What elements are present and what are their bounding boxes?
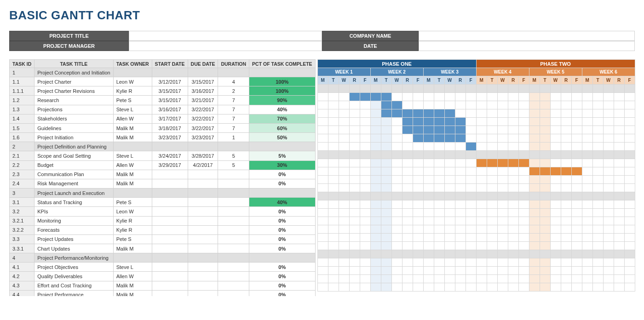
- gantt-cell[interactable]: [540, 109, 550, 118]
- gantt-cell[interactable]: [592, 242, 603, 250]
- gantt-cell[interactable]: [349, 192, 360, 200]
- gantt-cell[interactable]: [349, 167, 360, 176]
- gantt-cell[interactable]: [370, 93, 381, 101]
- gantt-cell[interactable]: [571, 184, 582, 192]
- gantt-cell[interactable]: [550, 93, 561, 101]
- gantt-cell[interactable]: [582, 118, 592, 126]
- gantt-cell[interactable]: [466, 101, 476, 109]
- gantt-cell[interactable]: [317, 126, 328, 134]
- gantt-cell[interactable]: [317, 200, 328, 209]
- table-row[interactable]: 1Project Conception and Initiation: [10, 68, 316, 77]
- gantt-cell[interactable]: [508, 159, 518, 167]
- gantt-cell[interactable]: [614, 93, 624, 101]
- gantt-cell[interactable]: [592, 101, 603, 109]
- gantt-cell[interactable]: [413, 109, 423, 118]
- gantt-cell[interactable]: [349, 151, 360, 159]
- gantt-cell[interactable]: [413, 258, 423, 267]
- gantt-cell[interactable]: [381, 242, 391, 250]
- gantt-cell[interactable]: [603, 192, 614, 200]
- gantt-cell[interactable]: [592, 200, 603, 209]
- gantt-cell[interactable]: [529, 267, 540, 275]
- gantt-cell[interactable]: [455, 184, 466, 192]
- gantt-cell[interactable]: [508, 134, 518, 143]
- gantt-cell[interactable]: [466, 225, 476, 234]
- gantt-cell[interactable]: [582, 159, 592, 167]
- gantt-cell[interactable]: [317, 151, 328, 159]
- cell-title[interactable]: Effort and Cost Tracking: [34, 281, 113, 290]
- gantt-cell[interactable]: [339, 267, 349, 275]
- cell-pct[interactable]: 30%: [249, 160, 315, 170]
- gantt-cell[interactable]: [466, 85, 476, 93]
- gantt-cell[interactable]: [571, 283, 582, 291]
- gantt-cell[interactable]: [561, 283, 571, 291]
- gantt-cell[interactable]: [561, 250, 571, 258]
- gantt-cell[interactable]: [381, 101, 391, 109]
- gantt-cell[interactable]: [381, 93, 391, 101]
- gantt-cell[interactable]: [529, 250, 540, 258]
- cell-id[interactable]: 4.2: [10, 272, 34, 281]
- cell-id[interactable]: 2.3: [10, 170, 34, 179]
- cell-id[interactable]: 4.3: [10, 281, 34, 290]
- gantt-cell[interactable]: [413, 250, 423, 258]
- gantt-cell[interactable]: [540, 118, 550, 126]
- gantt-cell[interactable]: [423, 85, 434, 93]
- gantt-cell[interactable]: [391, 209, 402, 217]
- gantt-cell[interactable]: [391, 93, 402, 101]
- cell-due[interactable]: 3/22/2017: [188, 123, 218, 132]
- gantt-cell[interactable]: [540, 258, 550, 267]
- gantt-cell[interactable]: [444, 209, 455, 217]
- gantt-cell[interactable]: [349, 118, 360, 126]
- gantt-cell[interactable]: [614, 250, 624, 258]
- gantt-cell[interactable]: [487, 225, 497, 234]
- table-row[interactable]: 2Project Definition and Planning: [10, 142, 316, 151]
- gantt-cell[interactable]: [476, 118, 487, 126]
- gantt-cell[interactable]: [476, 267, 487, 275]
- cell-owner[interactable]: [113, 253, 152, 263]
- gantt-cell[interactable]: [487, 283, 497, 291]
- gantt-cell[interactable]: [603, 200, 614, 209]
- gantt-cell[interactable]: [466, 258, 476, 267]
- gantt-cell[interactable]: [339, 192, 349, 200]
- cell-title[interactable]: Project Performance/Monitoring: [34, 253, 113, 263]
- gantt-cell[interactable]: [370, 192, 381, 200]
- gantt-cell[interactable]: [413, 217, 423, 225]
- gantt-cell[interactable]: [317, 93, 328, 101]
- cell-due[interactable]: [188, 244, 218, 253]
- gantt-cell[interactable]: [550, 225, 561, 234]
- gantt-cell[interactable]: [434, 143, 444, 151]
- gantt-cell[interactable]: [413, 126, 423, 134]
- gantt-cell[interactable]: [624, 134, 635, 143]
- gantt-cell[interactable]: [624, 258, 635, 267]
- gantt-cell[interactable]: [550, 200, 561, 209]
- gantt-cell[interactable]: [476, 242, 487, 250]
- gantt-cell[interactable]: [624, 167, 635, 176]
- gantt-cell[interactable]: [487, 242, 497, 250]
- cell-id[interactable]: 3.2.1: [10, 216, 34, 225]
- gantt-cell[interactable]: [582, 225, 592, 234]
- gantt-cell[interactable]: [391, 167, 402, 176]
- gantt-cell[interactable]: [508, 209, 518, 217]
- cell-start[interactable]: 3/24/2017: [152, 151, 188, 160]
- gantt-cell[interactable]: [360, 192, 370, 200]
- gantt-cell[interactable]: [592, 109, 603, 118]
- gantt-cell[interactable]: [328, 258, 339, 267]
- gantt-cell[interactable]: [614, 176, 624, 184]
- gantt-cell[interactable]: [476, 134, 487, 143]
- gantt-cell[interactable]: [381, 109, 391, 118]
- gantt-cell[interactable]: [381, 283, 391, 291]
- gantt-cell[interactable]: [614, 109, 624, 118]
- gantt-cell[interactable]: [540, 151, 550, 159]
- gantt-cell[interactable]: [391, 134, 402, 143]
- gantt-cell[interactable]: [317, 159, 328, 167]
- cell-id[interactable]: 3.3: [10, 234, 34, 244]
- cell-owner[interactable]: Steve L: [113, 263, 152, 272]
- gantt-cell[interactable]: [423, 109, 434, 118]
- gantt-cell[interactable]: [434, 275, 444, 283]
- gantt-cell[interactable]: [540, 167, 550, 176]
- gantt-cell[interactable]: [614, 184, 624, 192]
- gantt-cell[interactable]: [444, 126, 455, 134]
- gantt-cell[interactable]: [518, 209, 529, 217]
- cell-title[interactable]: Quality Deliverables: [34, 272, 113, 281]
- gantt-cell[interactable]: [614, 101, 624, 109]
- gantt-cell[interactable]: [466, 275, 476, 283]
